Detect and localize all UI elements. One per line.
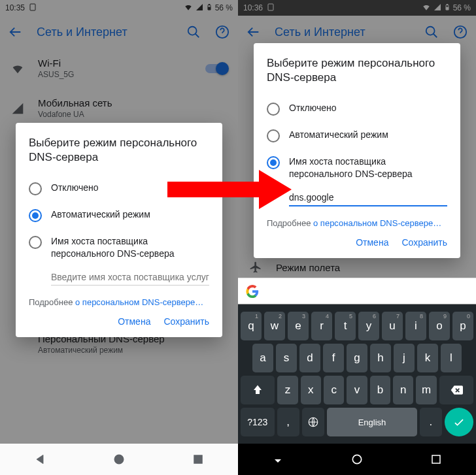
keyboard-suggestion-bar[interactable] xyxy=(238,278,476,304)
key-h[interactable]: h xyxy=(370,344,391,372)
enter-key[interactable] xyxy=(445,408,473,436)
key-b[interactable]: b xyxy=(370,376,390,404)
key-p[interactable]: p0 xyxy=(452,312,473,340)
key-i[interactable]: i8 xyxy=(405,312,426,340)
radio-off[interactable]: Отключено xyxy=(29,175,209,202)
dialog-title: Выберите режим персонального DNS-сервера xyxy=(267,56,447,85)
learn-more-hint: Подробнее о персональном DNS-сервере… xyxy=(267,218,447,228)
nav-bar xyxy=(0,444,238,475)
svg-point-6 xyxy=(114,455,123,463)
dns-host-input[interactable] xyxy=(51,269,209,286)
save-button[interactable]: Сохранить xyxy=(401,237,447,248)
radio-icon xyxy=(267,103,280,116)
nav-back-icon[interactable] xyxy=(32,451,48,467)
radio-icon xyxy=(267,129,280,142)
radio-off[interactable]: Отключено xyxy=(267,95,447,122)
key-w[interactable]: w2 xyxy=(264,312,285,340)
save-button[interactable]: Сохранить xyxy=(163,316,209,327)
svg-rect-7 xyxy=(194,455,202,463)
dns-dialog: Выберите режим персонального DNS-сервера… xyxy=(254,43,460,258)
radio-host[interactable]: Имя хоста поставщика персонального DNS-с… xyxy=(267,149,447,187)
radio-icon xyxy=(267,156,280,169)
key-u[interactable]: u7 xyxy=(382,312,403,340)
radio-auto[interactable]: Автоматический режим xyxy=(267,122,447,149)
backspace-key[interactable] xyxy=(439,376,473,404)
period-key[interactable]: . xyxy=(420,408,442,436)
key-s[interactable]: s xyxy=(276,344,297,372)
radio-host[interactable]: Имя хоста поставщика персонального DNS-с… xyxy=(29,229,209,267)
radio-icon xyxy=(29,236,42,249)
key-m[interactable]: m xyxy=(416,376,436,404)
key-q[interactable]: q1 xyxy=(241,312,262,340)
svg-point-15 xyxy=(352,455,361,463)
nav-recent-icon[interactable] xyxy=(428,451,444,467)
cancel-button[interactable]: Отмена xyxy=(118,316,150,327)
space-key[interactable]: English xyxy=(327,408,416,436)
key-z[interactable]: z xyxy=(277,376,298,404)
key-o[interactable]: o9 xyxy=(429,312,450,340)
keyboard[interactable]: q1w2e3r4t5y6u7i8o9p0 asdfghjkl zxcvbnm ?… xyxy=(238,304,476,444)
key-v[interactable]: v xyxy=(347,376,367,404)
key-l[interactable]: l xyxy=(441,344,462,372)
learn-more-link[interactable]: о персональном DNS-сервере… xyxy=(313,218,441,228)
learn-more-hint: Подробнее о персональном DNS-сервере… xyxy=(29,297,209,307)
nav-home-icon[interactable] xyxy=(111,451,127,467)
nav-bar xyxy=(238,444,476,475)
comma-key[interactable]: , xyxy=(277,408,299,436)
nav-kb-hide-icon[interactable] xyxy=(270,451,286,467)
key-n[interactable]: n xyxy=(393,376,413,404)
dns-host-input[interactable] xyxy=(289,189,447,206)
dns-dialog: Выберите режим персонального DNS-сервера… xyxy=(16,123,222,337)
svg-rect-16 xyxy=(432,455,440,463)
key-x[interactable]: x xyxy=(301,376,321,404)
key-y[interactable]: y6 xyxy=(358,312,379,340)
key-g[interactable]: g xyxy=(347,344,367,372)
key-j[interactable]: j xyxy=(394,344,415,372)
key-d[interactable]: d xyxy=(299,344,320,372)
shift-key[interactable] xyxy=(241,376,275,404)
key-c[interactable]: c xyxy=(324,376,344,404)
nav-home-icon[interactable] xyxy=(349,451,365,467)
cancel-button[interactable]: Отмена xyxy=(356,237,388,248)
symbols-key[interactable]: ?123 xyxy=(241,408,275,436)
radio-auto[interactable]: Автоматический режим xyxy=(29,202,209,229)
radio-icon xyxy=(29,182,42,195)
google-icon[interactable] xyxy=(245,284,260,299)
nav-recent-icon[interactable] xyxy=(190,451,206,467)
key-t[interactable]: t5 xyxy=(335,312,356,340)
key-r[interactable]: r4 xyxy=(311,312,332,340)
radio-icon xyxy=(29,209,42,222)
globe-key[interactable] xyxy=(302,408,324,436)
screen-right: 10:36 56 % Сеть и Интернет Режим п xyxy=(238,0,476,475)
key-f[interactable]: f xyxy=(323,344,344,372)
key-e[interactable]: e3 xyxy=(288,312,309,340)
screen-left: 10:35 56 % Сеть и Интернет Wi-Fi xyxy=(0,0,238,475)
key-a[interactable]: a xyxy=(252,344,273,372)
key-k[interactable]: k xyxy=(417,344,438,372)
learn-more-link[interactable]: о персональном DNS-сервере… xyxy=(75,297,203,307)
dialog-title: Выберите режим персонального DNS-сервера xyxy=(29,136,209,165)
